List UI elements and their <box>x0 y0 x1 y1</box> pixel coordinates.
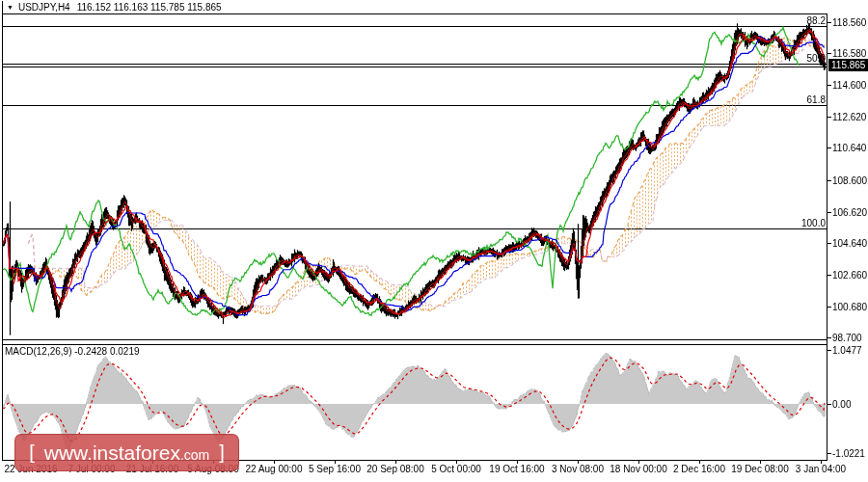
price-axis-label: 106.620 <box>832 207 867 218</box>
time-axis-label: 3 Nov 08:00 <box>552 464 604 474</box>
time-axis-label: 19 Dec 08:00 <box>731 464 789 474</box>
price-axis-label: 114.600 <box>832 80 866 91</box>
fib-level-label: 61.8 <box>768 94 826 105</box>
logo-bracket-close: ] <box>209 442 234 464</box>
price-axis-label: 116.580 <box>832 48 866 59</box>
price-chart-canvas[interactable] <box>0 0 868 482</box>
logo-bracket-open: [ <box>19 442 44 464</box>
price-axis-label: 102.660 <box>832 270 867 281</box>
chart-window: ▼USDJPY,H4116.152 116.163 115.785 115.86… <box>0 0 868 482</box>
time-axis-label: 19 Oct 16:00 <box>489 464 544 474</box>
time-axis-label: 2 Dec 16:00 <box>673 464 725 474</box>
time-axis-label: 3 Jan 04:00 <box>796 464 846 474</box>
symbol-dropdown-icon[interactable]: ▼ <box>7 4 14 11</box>
logo-domain-text: www.instaforex <box>44 442 180 465</box>
macd-name: MACD(12,26,9) <box>5 346 71 357</box>
price-axis-label: 112.620 <box>832 112 866 122</box>
logo-tld-text: .com <box>180 447 209 463</box>
current-price-tag: 115.865 <box>828 59 868 71</box>
time-axis-label: 5 Sep 16:00 <box>309 464 361 474</box>
time-axis-label: 5 Oct 00:00 <box>431 464 481 474</box>
macd-axis-label: 1.0477 <box>832 345 862 356</box>
price-axis-label: 104.640 <box>832 238 867 249</box>
time-axis-label: 18 Nov 00:00 <box>610 464 667 474</box>
price-axis-label: 108.600 <box>832 175 867 186</box>
fib-level-label: 100.0 <box>768 218 826 228</box>
macd-indicator-label: MACD(12,26,9) -0.2428 0.0219 <box>5 346 140 357</box>
fib-level-label: 88.2 <box>768 15 826 26</box>
macd-axis-label: 0.00 <box>832 399 851 410</box>
price-axis-label: 110.640 <box>832 143 866 153</box>
fib-level-label: 50.0 <box>768 53 826 64</box>
macd-values: -0.2428 0.0219 <box>74 346 139 357</box>
price-axis-label: 98.700 <box>832 333 862 343</box>
symbol-info-bar: ▼USDJPY,H4116.152 116.163 115.785 115.86… <box>7 2 222 13</box>
ohlc-values: 116.152 116.163 115.785 115.865 <box>77 2 222 13</box>
macd-axis-label: -1.0221 <box>832 448 865 459</box>
time-axis-label: 22 Aug 00:00 <box>246 464 303 474</box>
price-axis-label: 118.560 <box>832 17 866 28</box>
price-axis-label: 100.680 <box>832 302 867 312</box>
time-axis-label: 20 Sep 08:00 <box>366 464 424 474</box>
symbol-label: USDJPY,H4 <box>18 2 70 13</box>
instaforex-logo[interactable]: [ www.instaforex .com ] <box>14 434 239 471</box>
